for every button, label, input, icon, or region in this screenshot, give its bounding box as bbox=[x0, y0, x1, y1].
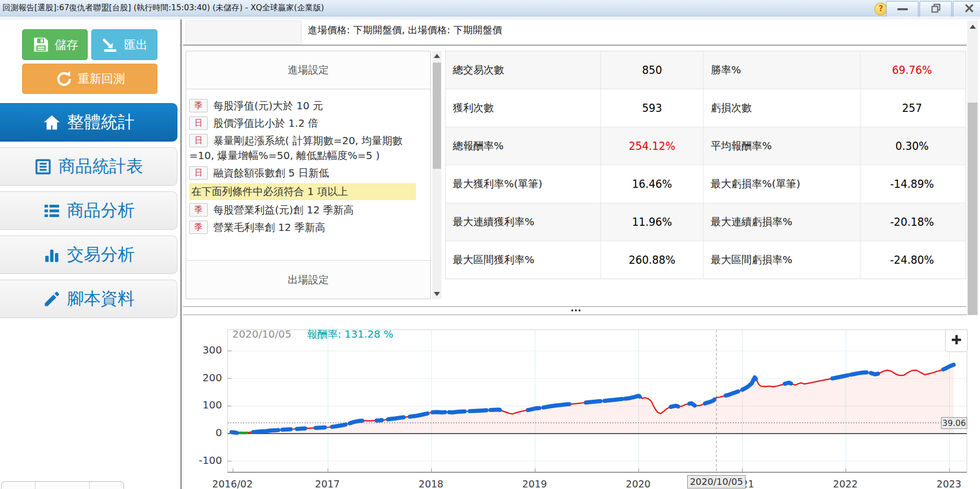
stat-value: 11.96% bbox=[601, 203, 704, 241]
export-button[interactable]: 匯出 bbox=[91, 29, 157, 60]
refresh-icon bbox=[55, 70, 73, 88]
stat-value: 69.76% bbox=[861, 51, 964, 89]
stats-row: 總報酬率%254.12%平均報酬率%0.30% bbox=[446, 127, 966, 165]
scroll-up-icon[interactable] bbox=[432, 51, 442, 61]
header-divider bbox=[183, 45, 967, 46]
minimize-button[interactable] bbox=[886, 1, 918, 17]
stats-row: 最大獲利率%(單筆)16.46%最大虧損率%(單筆)-14.89% bbox=[446, 165, 966, 203]
title-bar: 回測報告[選股]:67復仇者聯盟[台股] (執行時間:15:03:40) (未儲… bbox=[0, 0, 980, 16]
sidebar-item-label: 商品統計表 bbox=[58, 155, 143, 178]
home-icon bbox=[43, 113, 61, 132]
condition-text: 每股淨值(元)大於 10 元 bbox=[213, 100, 323, 112]
sidebar-item-label: 整體統計 bbox=[67, 111, 135, 134]
condition-group-rule: 在下面列條件中必須符合 1 項以上 bbox=[189, 183, 416, 200]
rerun-backtest-button[interactable]: 重新回測 bbox=[22, 64, 157, 94]
frequency-badge: 日 bbox=[189, 134, 208, 147]
stat-label: 獲利次數 bbox=[446, 89, 601, 127]
stats-row: 獲利次數593虧損次數257 bbox=[446, 89, 966, 127]
return-chart[interactable]: 2020/10/05 報酬率: 131.28 % -1000100200300 … bbox=[183, 315, 980, 489]
stat-label: 最大區間虧損率% bbox=[704, 241, 861, 279]
condition-text: 在下面列條件中必須符合 1 項以上 bbox=[191, 185, 348, 198]
condition-row: 季每股淨值(元)大於 10 元 bbox=[189, 99, 426, 113]
condition-list: 季每股淨值(元)大於 10 元日股價淨值比小於 1.2 倍日暴量剛起漲系統( 計… bbox=[186, 89, 430, 235]
stat-label: 勝率% bbox=[704, 51, 861, 89]
sidebar-item-label: 腳本資料 bbox=[67, 287, 135, 310]
stat-value: -20.18% bbox=[861, 203, 964, 241]
x-tick-label: 2018 bbox=[403, 478, 459, 489]
save-button[interactable]: 儲存 bbox=[22, 29, 88, 60]
sidebar-item-label: 商品分析 bbox=[67, 199, 135, 222]
condition-text: 融資餘額張數創 5 日新低 bbox=[213, 167, 329, 179]
scroll-down-icon[interactable] bbox=[432, 289, 442, 299]
y-tick-label: -100 bbox=[190, 454, 222, 466]
frequency-badge: 季 bbox=[189, 221, 208, 234]
stat-label: 最大虧損率%(單筆) bbox=[704, 165, 861, 203]
crosshair-date-badge: 2020/10/05 bbox=[687, 475, 746, 488]
bar-chart-icon bbox=[43, 246, 61, 264]
toolbar-strip bbox=[0, 16, 980, 19]
entry-settings-title: 進場設定 bbox=[186, 51, 430, 89]
stat-label: 總報酬率% bbox=[446, 127, 601, 165]
stat-value: 593 bbox=[601, 89, 704, 127]
close-button[interactable] bbox=[953, 1, 980, 17]
hline-value-badge: 39.06 bbox=[941, 417, 967, 429]
zoom-in-button[interactable] bbox=[945, 329, 968, 352]
export-label: 匯出 bbox=[124, 37, 148, 53]
stat-value: 16.46% bbox=[601, 165, 704, 203]
condition-row: 日股價淨值比小於 1.2 倍 bbox=[189, 116, 426, 131]
frequency-badge: 日 bbox=[189, 116, 208, 130]
stat-value: 260.88% bbox=[601, 241, 704, 279]
window-title: 回測報告[選股]:67復仇者聯盟[台股] (執行時間:15:03:40) (未儲… bbox=[3, 0, 324, 16]
sidebar-item-script-data[interactable]: 腳本資料 bbox=[0, 280, 177, 318]
stat-label: 平均報酬率% bbox=[704, 127, 861, 165]
condition-text: 暴量剛起漲系統( 計算期數=20, 均量期數=10, 爆量增幅%=50, 離低點… bbox=[189, 134, 403, 162]
x-tick-label: 2019 bbox=[507, 478, 563, 489]
condition-row: 日融資餘額張數創 5 日新低 bbox=[189, 166, 426, 181]
stats-row: 總交易次數850勝率%69.76% bbox=[446, 51, 966, 89]
condition-row: 日暴量剛起漲系統( 計算期數=20, 均量期數=10, 爆量增幅%=50, 離低… bbox=[189, 133, 426, 163]
exit-settings-title: 出場設定 bbox=[186, 260, 430, 299]
restore-button[interactable] bbox=[919, 1, 952, 17]
stat-label: 最大區間獲利率% bbox=[446, 241, 601, 279]
minimize-icon bbox=[897, 8, 908, 10]
sidebar-item-overall-stats[interactable]: 整體統計 bbox=[0, 103, 177, 142]
restore-icon bbox=[931, 3, 941, 15]
pane-splitter[interactable] bbox=[183, 306, 967, 315]
chart-plot-area[interactable] bbox=[227, 329, 967, 473]
splitter-handle-icon bbox=[575, 309, 577, 311]
stat-value: 254.12% bbox=[601, 127, 704, 165]
sidebar-item-trade-analysis[interactable]: 交易分析 bbox=[0, 236, 177, 274]
sidebar-item-symbol-analysis[interactable]: 商品分析 bbox=[0, 191, 177, 230]
overall-stats-table: 總交易次數850勝率%69.76%獲利次數593虧損次數257總報酬率%254.… bbox=[445, 51, 966, 279]
settings-cell-stub bbox=[186, 21, 302, 45]
x-tick-label: 2022 bbox=[817, 478, 874, 489]
list-icon bbox=[43, 202, 61, 220]
x-tick-label: 2016/02 bbox=[204, 478, 261, 489]
frequency-badge: 季 bbox=[189, 203, 208, 217]
stat-label: 最大獲利率%(單筆) bbox=[446, 165, 601, 203]
frequency-badge: 季 bbox=[189, 99, 208, 112]
save-icon bbox=[32, 35, 50, 54]
sidebar-item-symbol-stats-table[interactable]: 商品統計表 bbox=[0, 147, 177, 186]
export-icon bbox=[101, 35, 119, 54]
rerun-label: 重新回測 bbox=[78, 71, 125, 87]
help-icon[interactable]: ? bbox=[874, 3, 887, 15]
price-settings-text: 進場價格: 下期開盤價, 出場價格: 下期開盤價 bbox=[308, 24, 502, 37]
stat-label: 最大連續虧損率% bbox=[704, 203, 861, 241]
stat-value: -14.89% bbox=[861, 165, 964, 203]
stat-value: 257 bbox=[861, 89, 964, 127]
plus-icon bbox=[950, 334, 963, 348]
scroll-up-icon[interactable] bbox=[967, 22, 978, 32]
sidebar-item-label: 交易分析 bbox=[67, 243, 135, 266]
frequency-badge: 日 bbox=[189, 166, 208, 180]
stats-row: 最大連續獲利率%11.96%最大連續虧損率%-20.18% bbox=[446, 203, 966, 241]
panel-scrollbar-thumb[interactable] bbox=[433, 63, 441, 169]
y-tick-label: 100 bbox=[190, 399, 222, 411]
x-tick-label: 2023 bbox=[921, 478, 977, 489]
table-icon bbox=[34, 158, 52, 176]
condition-text: 股價淨值比小於 1.2 倍 bbox=[213, 117, 318, 129]
y-tick-label: 0 bbox=[190, 426, 222, 439]
panel-scrollbar[interactable] bbox=[432, 51, 442, 299]
condition-row: 季營業毛利率創 12 季新高 bbox=[189, 220, 426, 235]
condition-text: 每股營業利益(元)創 12 季新高 bbox=[213, 204, 354, 216]
